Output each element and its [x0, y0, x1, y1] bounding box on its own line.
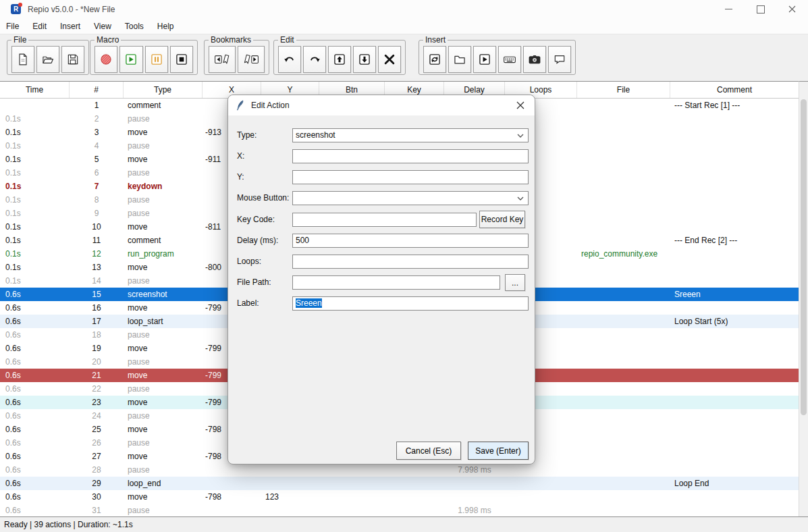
insert-keyboard-button[interactable]: [498, 46, 521, 73]
cell-type: move: [124, 342, 203, 355]
menu-help[interactable]: Help: [151, 20, 181, 33]
record-button[interactable]: [95, 46, 117, 73]
cell-time: 0.6s: [0, 315, 70, 328]
column-header-type[interactable]: Type: [124, 82, 203, 98]
prev-bookmark-button[interactable]: [209, 46, 236, 73]
table-row[interactable]: 0.6s28pause7.998 ms: [0, 463, 799, 477]
table-row[interactable]: 0.6s29loop_endLoop End: [0, 477, 799, 490]
dialog-close-icon: [516, 101, 524, 109]
cell-time: 0.1s: [0, 126, 70, 139]
record-key-button[interactable]: Record Key: [479, 211, 525, 228]
cell-num: 18: [70, 328, 124, 342]
cell-btn: [319, 463, 385, 477]
cell-num: 10: [70, 220, 124, 234]
move-up-button[interactable]: [328, 46, 351, 73]
insert-loop-button[interactable]: [423, 46, 446, 73]
cell-type: run_program: [124, 247, 203, 261]
type-combobox[interactable]: screenshot: [292, 128, 529, 142]
cell-num: 13: [70, 261, 124, 274]
dialog-close-button[interactable]: [509, 95, 532, 115]
cell-comment: [670, 220, 799, 234]
cell-comment: --- Start Rec [1] ---: [670, 99, 799, 112]
cell-type: pause: [124, 166, 203, 180]
insert-comment-button[interactable]: [548, 46, 571, 73]
open-file-button[interactable]: [36, 46, 59, 73]
table-row[interactable]: 0.6s30move-798123: [0, 490, 799, 504]
cell-comment: [670, 153, 799, 166]
cell-y: [261, 463, 319, 477]
close-button[interactable]: [776, 0, 808, 18]
menu-insert[interactable]: Insert: [53, 20, 87, 33]
pause-button[interactable]: [145, 46, 168, 73]
redo-button[interactable]: [303, 46, 326, 73]
cancel-button[interactable]: Cancel (Esc): [396, 442, 461, 460]
menu-tools[interactable]: Tools: [118, 20, 151, 33]
insert-file-button[interactable]: [448, 46, 471, 73]
key-code-input[interactable]: [292, 213, 477, 227]
cell-type: loop_start: [124, 315, 203, 328]
cell-key: [385, 477, 444, 490]
cell-time: 0.1s: [0, 247, 70, 261]
cell-file: [577, 450, 670, 463]
cell-file: [577, 274, 670, 288]
cell-time: 0.1s: [0, 207, 70, 220]
insert-run-button[interactable]: [473, 46, 496, 73]
label-input[interactable]: Sreeen: [292, 296, 529, 311]
cell-file: [577, 234, 670, 247]
menu-view[interactable]: View: [87, 20, 118, 33]
cell-comment: [670, 207, 799, 220]
cell-num: 17: [70, 315, 124, 328]
cell-comment: [670, 450, 799, 463]
mouse-button-combobox[interactable]: [292, 191, 529, 205]
cell-file: [577, 220, 670, 234]
delete-button[interactable]: [378, 46, 401, 73]
insert-screenshot-button[interactable]: [523, 46, 546, 73]
cell-comment: [670, 112, 799, 126]
toolbar-group-macro: Macro: [90, 40, 198, 75]
cell-time: [0, 99, 70, 112]
move-down-button[interactable]: [353, 46, 376, 73]
cell-num: 5: [70, 153, 124, 166]
y-input[interactable]: [292, 170, 529, 184]
cell-file: [577, 207, 670, 220]
column-header-comment[interactable]: Comment: [670, 82, 799, 98]
menu-file[interactable]: File: [0, 20, 26, 33]
save-file-button[interactable]: [61, 46, 84, 73]
column-header-time[interactable]: Time: [0, 82, 70, 98]
play-button[interactable]: [119, 46, 142, 73]
scrollbar-thumb[interactable]: [801, 99, 807, 415]
window-title: Repio v5.0.0 - *New File: [28, 5, 115, 14]
menu-edit[interactable]: Edit: [26, 20, 53, 33]
cell-time: 0.6s: [0, 423, 70, 436]
y-label: Y:: [237, 172, 244, 182]
cell-num: 30: [70, 490, 124, 504]
cell-file: [577, 382, 670, 396]
cell-file: [577, 139, 670, 153]
vertical-scrollbar[interactable]: [799, 81, 808, 516]
app-window: R Repio v5.0.0 - *New File File Edit Ins…: [0, 0, 808, 532]
column-header-file[interactable]: File: [577, 82, 670, 98]
save-file-icon: [66, 53, 80, 66]
x-input[interactable]: [292, 149, 529, 163]
table-row[interactable]: 0.6s31pause1.998 ms: [0, 504, 799, 517]
delay-input[interactable]: 500: [292, 234, 529, 248]
maximize-button[interactable]: [745, 0, 776, 18]
minimize-button[interactable]: [713, 0, 745, 18]
browse-button[interactable]: ...: [505, 274, 525, 291]
cell-file: [577, 369, 670, 382]
status-text: Ready | 39 actions | Duration: ~1.1s: [4, 520, 133, 529]
file-path-input[interactable]: [292, 275, 500, 290]
cell-x: -798: [203, 490, 261, 504]
column-header-number[interactable]: #: [70, 82, 124, 98]
cell-time: 0.6s: [0, 382, 70, 396]
stop-button[interactable]: [170, 46, 193, 73]
next-bookmark-button[interactable]: [238, 46, 265, 73]
undo-button[interactable]: [278, 46, 301, 73]
save-button[interactable]: Save (Enter): [468, 442, 529, 460]
new-file-button[interactable]: [11, 46, 34, 73]
cell-file: [577, 328, 670, 342]
cell-x: [203, 463, 261, 477]
cell-file: [577, 490, 670, 504]
open-file-icon: [41, 53, 55, 66]
loops-input[interactable]: [292, 255, 529, 269]
